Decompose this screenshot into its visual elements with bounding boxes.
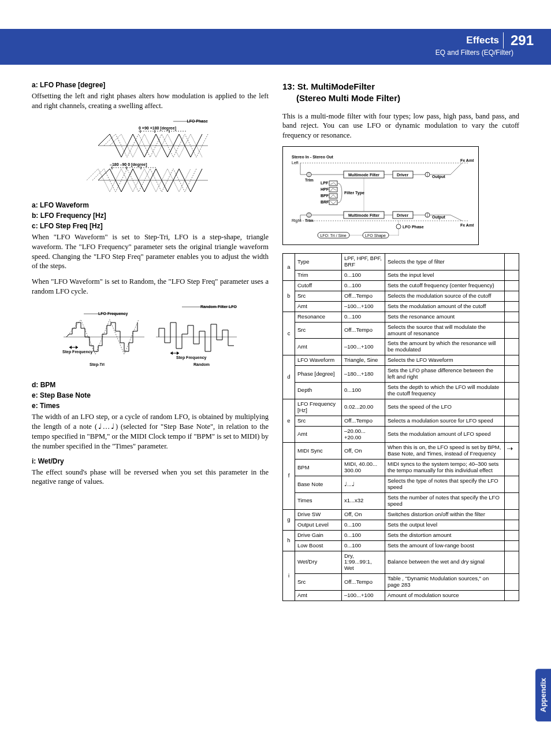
param-name: LFO Frequency [Hz] bbox=[295, 399, 342, 416]
param-name: Resonance bbox=[295, 312, 342, 322]
parameter-table: aTypeLPF, HPF, BPF, BRFSelects the type … bbox=[282, 253, 519, 601]
diag-trim-l: Trim bbox=[305, 178, 314, 182]
dmod-cell bbox=[505, 280, 519, 291]
signal-flow-diagram: Stereo In - Stereo Out Left Fx Amt Trim … bbox=[282, 146, 479, 245]
section-intro: This is a multi-mode filter with four ty… bbox=[282, 112, 519, 141]
svg-point-49 bbox=[396, 224, 401, 229]
dmod-cell bbox=[505, 493, 519, 510]
param-name: Base Note bbox=[295, 476, 342, 493]
fig1-title: LFO Phase bbox=[187, 119, 208, 123]
param-name: Amt bbox=[295, 591, 342, 601]
table-row: Base Note♩...♩Selects the type of notes … bbox=[283, 476, 519, 493]
param-value: –180...+180 bbox=[342, 366, 385, 383]
param-name: Output Level bbox=[295, 520, 342, 530]
param-desc: Switches distortion on/off within the fi… bbox=[385, 509, 505, 520]
param-name: Depth bbox=[295, 383, 342, 399]
fig2-step-freq-right: Step Frequency bbox=[176, 355, 207, 360]
param-value: 0...100 bbox=[342, 530, 385, 540]
para-lfo-waveform-1: When "LFO Waveform" is set to Step-Tri, … bbox=[32, 232, 269, 272]
para-lfo-phase: Offsetting the left and right phases alt… bbox=[32, 91, 269, 111]
dmod-cell bbox=[505, 312, 519, 322]
header-bar: Effects 291 EQ and Filters (EQ/Filter) bbox=[0, 29, 551, 65]
param-value: 0...100 bbox=[342, 270, 385, 280]
fig1-bot-ticks: –180 –90 0 [degree] bbox=[110, 162, 147, 167]
page-number: 291 bbox=[503, 32, 534, 49]
param-value: 0...100 bbox=[342, 280, 385, 291]
table-row: eLFO Frequency [Hz]0.02...20.00Sets the … bbox=[283, 399, 519, 416]
diag-filter-type: Filter Type bbox=[344, 191, 364, 195]
param-desc: Table , "Dynamic Modulation sources," on… bbox=[385, 574, 505, 591]
para-lfo-waveform-2: When "LFO Waveform" is set to Random, th… bbox=[32, 277, 269, 297]
diag-output-l: Output bbox=[432, 175, 446, 179]
param-name: Trim bbox=[295, 270, 342, 280]
dmod-cell bbox=[505, 254, 519, 270]
param-name: Cutoff bbox=[295, 280, 342, 291]
table-row: fMIDI SyncOff, OnWhen this is on, the LF… bbox=[283, 443, 519, 459]
svg-line-30 bbox=[451, 163, 462, 175]
dmod-icon bbox=[507, 447, 516, 453]
param-name: Phase [degree] bbox=[295, 366, 342, 383]
table-row: SrcOff...TempoSelects the source that wi… bbox=[283, 322, 519, 339]
dmod-cell bbox=[505, 443, 519, 459]
param-desc: Selects the source that will modulate th… bbox=[385, 322, 505, 339]
svg-line-48 bbox=[451, 215, 462, 221]
diag-stereo-in: Stereo In - Stereo Out bbox=[292, 155, 334, 159]
param-name: Src bbox=[295, 291, 342, 301]
param-desc: Selects the modulation source of the cut… bbox=[385, 291, 505, 301]
param-name: Low Boost bbox=[295, 540, 342, 551]
group-cell: a bbox=[283, 254, 295, 281]
table-row: SrcOff...TempoSelects a modulation sourc… bbox=[283, 416, 519, 426]
param-desc: Sets the number of notes that specify th… bbox=[385, 493, 505, 510]
param-name: MIDI Sync bbox=[295, 443, 342, 459]
param-desc: Amount of modulation source bbox=[385, 591, 505, 601]
diag-mmf-r: Multimode Filter bbox=[348, 213, 379, 217]
group-cell: d bbox=[283, 355, 295, 399]
dmod-cell bbox=[505, 509, 519, 520]
param-desc: Sets the depth to which the LFO will mod… bbox=[385, 383, 505, 399]
figure-random-filter-lfo: Random Filter LFO LFO Frequency Step Fre… bbox=[58, 302, 243, 372]
diag-brf: BRF bbox=[321, 200, 329, 204]
diag-mmf-l: Multimode Filter bbox=[348, 173, 379, 177]
table-row: hDrive Gain0...100Sets the distortion am… bbox=[283, 530, 519, 540]
content: a: LFO Phase [degree] Offsetting the lef… bbox=[0, 65, 551, 618]
table-row: dLFO WaveformTriangle, SineSelects the L… bbox=[283, 355, 519, 366]
param-value: Off, On bbox=[342, 443, 385, 459]
diag-lpf: LPF bbox=[321, 181, 329, 185]
dmod-cell bbox=[505, 530, 519, 540]
diag-fxamt-l: Fx Amt bbox=[460, 158, 474, 162]
diag-right: Right bbox=[292, 218, 301, 223]
diag-lfo-shape: LFO Shape bbox=[365, 234, 386, 238]
param-desc: Sets the resonance amount bbox=[385, 312, 505, 322]
dmod-cell bbox=[505, 551, 519, 574]
param-value: 0...100 bbox=[342, 540, 385, 551]
dmod-cell bbox=[505, 416, 519, 426]
dmod-cell bbox=[505, 520, 519, 530]
param-desc: Sets the LFO phase difference between th… bbox=[385, 366, 505, 383]
heading-step-base-note: e: Step Base Note bbox=[32, 391, 269, 399]
param-desc: Sets the modulation amount of the cutoff bbox=[385, 301, 505, 312]
section-line1: 13: St. MultiModeFilter bbox=[282, 81, 375, 91]
diag-output-r: Output bbox=[432, 215, 446, 220]
param-desc: Sets the input level bbox=[385, 270, 505, 280]
param-value: –100...+100 bbox=[342, 339, 385, 355]
param-name: Drive SW bbox=[295, 509, 342, 520]
dmod-cell bbox=[505, 540, 519, 551]
dmod-cell bbox=[505, 291, 519, 301]
diag-left: Left bbox=[292, 161, 299, 165]
param-value: 0...100 bbox=[342, 312, 385, 322]
dmod-cell bbox=[505, 355, 519, 366]
param-value: Off...Tempo bbox=[342, 416, 385, 426]
param-desc: Selects the type of notes that specify t… bbox=[385, 476, 505, 493]
diag-lfo-phase: LFO Phase bbox=[403, 225, 424, 229]
table-row: Output Level0...100Sets the output level bbox=[283, 520, 519, 530]
param-desc: Selects the LFO Waveform bbox=[385, 355, 505, 366]
param-name: Drive Gain bbox=[295, 530, 342, 540]
param-value: Off...Tempo bbox=[342, 291, 385, 301]
group-cell: g bbox=[283, 509, 295, 530]
param-name: LFO Waveform bbox=[295, 355, 342, 366]
dmod-cell bbox=[505, 476, 519, 493]
heading-wetdry: i: Wet/Dry bbox=[32, 457, 269, 465]
heading-lfo-phase: a: LFO Phase [degree] bbox=[32, 81, 269, 89]
param-value: LPF, HPF, BPF, BRF bbox=[342, 254, 385, 270]
param-name: Type bbox=[295, 254, 342, 270]
